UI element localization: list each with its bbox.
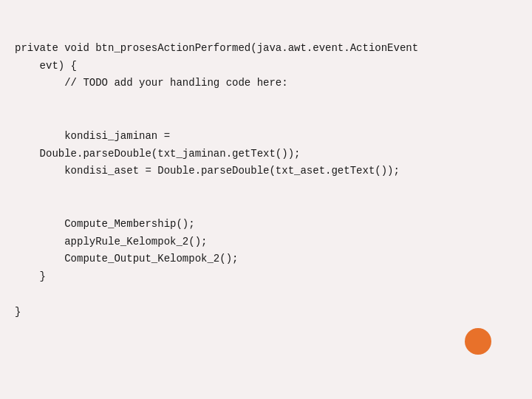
orange-dot: [465, 328, 491, 355]
code-container: private void btn_prosesActionPerformed(j…: [0, 0, 532, 399]
code-block: private void btn_prosesActionPerformed(j…: [15, 22, 510, 321]
